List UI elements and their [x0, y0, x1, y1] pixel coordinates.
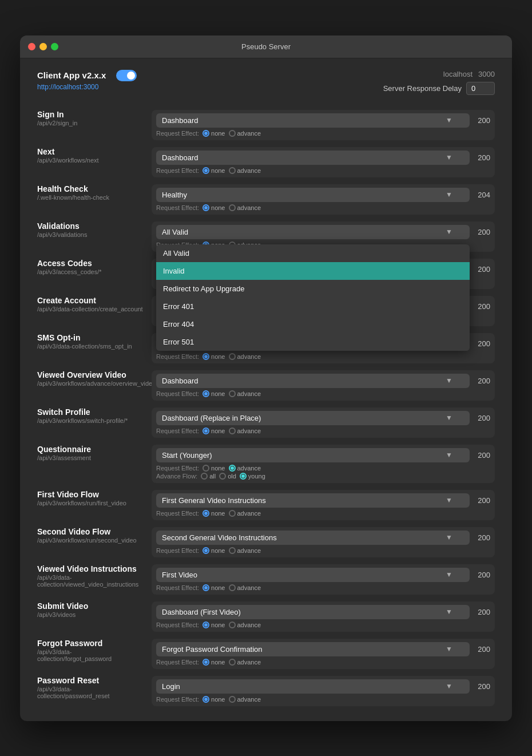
dropdown-option[interactable]: Error 501: [156, 333, 470, 351]
radio-text-advance: advance: [237, 584, 261, 591]
advance-flow-young-radio[interactable]: young: [240, 473, 265, 480]
effect-none-radio[interactable]: none: [203, 659, 225, 666]
effect-none-radio[interactable]: none: [203, 390, 225, 397]
advance-flow-row: Advance Flow:alloldyoung: [156, 473, 490, 480]
route-name: Forgot Password: [37, 639, 143, 648]
effect-advance-radio[interactable]: advance: [229, 584, 261, 591]
radio-dot-all: [201, 473, 208, 480]
dropdown-row: Healthy▼204: [156, 188, 490, 202]
effect-none-radio[interactable]: none: [203, 696, 225, 703]
delay-input[interactable]: [466, 82, 495, 95]
radio-dot-none: [203, 696, 209, 703]
status-code: 200: [473, 414, 490, 422]
radio-text-advance: advance: [237, 510, 261, 517]
route-right: Login▼200Request Effect:noneadvance: [152, 676, 495, 706]
response-dropdown-button[interactable]: Start (Younger)▼: [156, 448, 470, 462]
effect-none-radio[interactable]: none: [203, 428, 225, 434]
response-dropdown-button[interactable]: Healthy▼: [156, 188, 470, 202]
effect-row: Request Effect:noneadvance: [156, 622, 490, 628]
dropdown-wrapper: Second General Video Instructions▼: [156, 531, 470, 545]
radio-text-advance: advance: [237, 130, 261, 137]
dropdown-selected-text: Second General Video Instructions: [162, 533, 277, 542]
effect-advance-radio[interactable]: advance: [229, 696, 261, 703]
effect-advance-radio[interactable]: advance: [229, 130, 261, 137]
effect-none-radio[interactable]: none: [203, 130, 225, 137]
response-dropdown-button[interactable]: Login▼: [156, 679, 470, 694]
close-button[interactable]: [28, 43, 35, 50]
effect-advance-radio[interactable]: advance: [229, 465, 261, 472]
dropdown-option[interactable]: All Valid: [156, 244, 470, 262]
response-dropdown-button[interactable]: Second General Video Instructions▼: [156, 531, 470, 545]
response-dropdown-button[interactable]: Dashboard▼: [156, 374, 470, 388]
effect-none-radio[interactable]: none: [203, 167, 225, 174]
response-dropdown-button[interactable]: Dashboard (First Video)▼: [156, 605, 470, 619]
response-dropdown-button[interactable]: Dashboard▼: [156, 113, 470, 128]
advance-flow-old-radio[interactable]: old: [219, 473, 236, 480]
client-toggle[interactable]: [116, 70, 137, 81]
server-port: 3000: [478, 70, 495, 78]
dropdown-wrapper: Dashboard (Replace in Place)▼: [156, 411, 470, 425]
effect-advance-radio[interactable]: advance: [229, 428, 261, 434]
radio-dot-advance: [229, 696, 236, 703]
effect-none-radio[interactable]: none: [203, 204, 225, 211]
request-effect-label: Request Effect:: [156, 167, 199, 174]
client-link[interactable]: http://localhost:3000: [37, 83, 98, 91]
delay-label: Server Response Delay: [383, 84, 462, 93]
effect-advance-radio[interactable]: advance: [229, 622, 261, 628]
effect-none-radio[interactable]: none: [203, 547, 225, 554]
request-effect-label: Request Effect:: [156, 696, 199, 703]
window-title: Pseudo Server: [241, 42, 291, 51]
effect-none-radio[interactable]: none: [203, 353, 225, 360]
response-dropdown-button[interactable]: All Valid▼: [156, 225, 470, 239]
chevron-down-icon: ▼: [446, 682, 452, 690]
response-dropdown-button[interactable]: Dashboard▼: [156, 151, 470, 165]
status-code: 200: [473, 339, 490, 348]
server-controls: localhost 3000 Server Response Delay: [383, 70, 495, 95]
radio-dot-none: [203, 465, 209, 472]
radio-dot-none: [203, 130, 209, 137]
effect-advance-radio[interactable]: advance: [229, 167, 261, 174]
route-name: Next: [37, 147, 143, 156]
effect-advance-radio[interactable]: advance: [229, 659, 261, 666]
dropdown-option[interactable]: Redirect to App Upgrade: [156, 280, 470, 298]
route-row: Viewed Overview Video/api/v3/workflows/a…: [37, 367, 495, 404]
effect-row: Request Effect:noneadvance: [156, 390, 490, 397]
dropdown-selected-text: First Video: [162, 571, 197, 579]
dropdown-option[interactable]: Error 404: [156, 315, 470, 333]
route-row: First Video Flow/api/v3/workflows/run/fi…: [37, 486, 495, 524]
response-dropdown-button[interactable]: Forgot Password Confirmation▼: [156, 642, 470, 656]
effect-advance-radio[interactable]: advance: [229, 390, 261, 397]
response-dropdown-button[interactable]: First General Video Instructions▼: [156, 493, 470, 508]
route-left: Password Reset/api/v3/data-collection/pa…: [37, 676, 152, 699]
response-dropdown-button[interactable]: First Video▼: [156, 568, 470, 582]
radio-dot-advance: [229, 547, 236, 554]
dropdown-option[interactable]: Invalid: [156, 262, 470, 280]
radio-text-none: none: [211, 167, 225, 174]
maximize-button[interactable]: [51, 43, 58, 50]
effect-advance-radio[interactable]: advance: [229, 547, 261, 554]
route-right: Dashboard (First Video)▼200Request Effec…: [152, 601, 495, 632]
radio-text-none: none: [211, 353, 225, 360]
radio-text-none: none: [211, 130, 225, 137]
effect-advance-radio[interactable]: advance: [229, 510, 261, 517]
dropdown-wrapper: All Valid▼All ValidInvalidRedirect to Ap…: [156, 225, 470, 239]
effect-advance-radio[interactable]: advance: [229, 204, 261, 211]
route-name: Switch Profile: [37, 407, 143, 417]
advance-flow-all-radio[interactable]: all: [201, 473, 216, 480]
minimize-button[interactable]: [39, 43, 47, 50]
effect-row: Request Effect:noneadvance: [156, 167, 490, 174]
effect-row: Request Effect:noneadvance: [156, 428, 490, 434]
radio-text-none: none: [211, 465, 225, 472]
effect-none-radio[interactable]: none: [203, 584, 225, 591]
radio-dot-advance: [229, 167, 236, 174]
route-left: Create Account/api/v3/data-collection/cr…: [37, 296, 152, 312]
dropdown-row: Dashboard▼200: [156, 374, 490, 388]
effect-none-radio[interactable]: none: [203, 465, 225, 472]
dropdown-option[interactable]: Error 401: [156, 298, 470, 315]
radio-text-none: none: [211, 510, 225, 517]
response-dropdown-button[interactable]: Dashboard (Replace in Place)▼: [156, 411, 470, 425]
effect-none-radio[interactable]: none: [203, 510, 225, 517]
effect-advance-radio[interactable]: advance: [229, 353, 261, 360]
route-left: Forgot Password/api/v3/data-collection/f…: [37, 639, 152, 662]
effect-none-radio[interactable]: none: [203, 622, 225, 628]
